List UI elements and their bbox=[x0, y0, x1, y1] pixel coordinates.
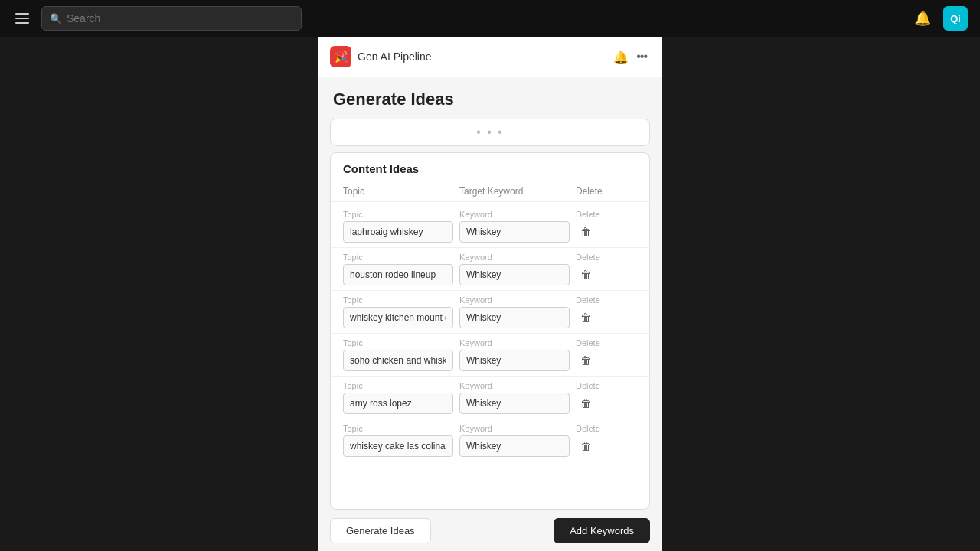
hamburger-button[interactable] bbox=[12, 10, 32, 27]
keyword-label: Keyword bbox=[459, 424, 570, 433]
topic-cell: Topic bbox=[343, 424, 459, 457]
keyword-cell: Keyword bbox=[459, 338, 576, 371]
search-bar: 🔍 bbox=[41, 6, 302, 31]
keyword-cell: Keyword bbox=[459, 210, 576, 243]
topic-cell: Topic bbox=[343, 381, 459, 414]
panel-bell-button[interactable]: 🔔 bbox=[609, 48, 633, 66]
panel-title: Gen AI Pipeline bbox=[358, 51, 609, 63]
panel: 🎉 Gen AI Pipeline 🔔 ••• Generate Ideas •… bbox=[318, 37, 662, 551]
keyword-input[interactable] bbox=[459, 221, 570, 243]
keyword-label: Keyword bbox=[459, 210, 570, 219]
top-nav: 🔍 🔔 Qi bbox=[0, 0, 980, 37]
table-row: Topic Keyword Delete 🗑 bbox=[331, 248, 649, 291]
delete-label: Delete bbox=[576, 210, 600, 219]
panel-header: 🎉 Gen AI Pipeline 🔔 ••• bbox=[318, 37, 662, 77]
page-title: Generate Ideas bbox=[318, 77, 662, 119]
table-row: Topic Keyword Delete 🗑 bbox=[331, 419, 649, 461]
main-content: 🎉 Gen AI Pipeline 🔔 ••• Generate Ideas •… bbox=[0, 37, 980, 551]
keyword-cell: Keyword bbox=[459, 253, 576, 285]
app-container: 🔍 🔔 Qi 🎉 Gen AI Pipeline 🔔 ••• Generate … bbox=[0, 0, 980, 551]
keyword-label: Keyword bbox=[459, 381, 570, 390]
collapsed-section: • • • bbox=[330, 119, 650, 146]
keyword-label: Keyword bbox=[459, 338, 570, 347]
topic-input[interactable] bbox=[343, 435, 453, 457]
topic-cell: Topic bbox=[343, 253, 459, 285]
topic-input[interactable] bbox=[343, 393, 453, 414]
delete-label: Delete bbox=[576, 381, 600, 390]
topic-input[interactable] bbox=[343, 307, 453, 328]
search-icon: 🔍 bbox=[50, 13, 62, 24]
content-ideas-card: Content Ideas Topic Target Keyword Delet… bbox=[330, 152, 650, 510]
search-input[interactable] bbox=[67, 12, 293, 24]
table-header: Topic Target Keyword Delete bbox=[331, 181, 649, 202]
table-row: Topic Keyword Delete 🗑 bbox=[331, 377, 649, 419]
rows-area: Topic Keyword Delete 🗑 Topic Keyword Del bbox=[331, 202, 649, 509]
topic-input[interactable] bbox=[343, 264, 453, 285]
delete-cell: Delete 🗑 bbox=[576, 424, 637, 457]
keyword-input[interactable] bbox=[459, 393, 570, 414]
topic-label: Topic bbox=[343, 381, 453, 390]
topic-cell: Topic bbox=[343, 338, 459, 371]
add-keywords-button[interactable]: Add Keywords bbox=[554, 518, 650, 543]
delete-cell: Delete 🗑 bbox=[576, 381, 637, 414]
delete-label: Delete bbox=[576, 253, 600, 262]
keyword-cell: Keyword bbox=[459, 381, 576, 414]
col-header-delete: Delete bbox=[576, 186, 637, 197]
keyword-input[interactable] bbox=[459, 264, 570, 285]
topic-label: Topic bbox=[343, 338, 453, 347]
content-ideas-header: Content Ideas bbox=[331, 153, 649, 181]
delete-button[interactable]: 🗑 bbox=[576, 350, 596, 371]
app-logo: 🎉 bbox=[330, 46, 351, 67]
keyword-input[interactable] bbox=[459, 435, 570, 457]
table-row: Topic Keyword Delete 🗑 bbox=[331, 291, 649, 334]
topic-label: Topic bbox=[343, 210, 453, 219]
keyword-cell: Keyword bbox=[459, 424, 576, 457]
keyword-input[interactable] bbox=[459, 307, 570, 328]
delete-cell: Delete 🗑 bbox=[576, 253, 637, 285]
panel-menu-button[interactable]: ••• bbox=[633, 48, 650, 65]
avatar: Qi bbox=[943, 6, 968, 31]
topic-input[interactable] bbox=[343, 221, 453, 243]
topic-label: Topic bbox=[343, 253, 453, 262]
collapsed-indicator: • • • bbox=[476, 126, 504, 139]
delete-cell: Delete 🗑 bbox=[576, 338, 637, 371]
delete-button[interactable]: 🗑 bbox=[576, 264, 596, 285]
col-header-topic: Topic bbox=[343, 186, 459, 197]
delete-button[interactable]: 🗑 bbox=[576, 393, 596, 414]
delete-button[interactable]: 🗑 bbox=[576, 307, 596, 328]
keyword-label: Keyword bbox=[459, 253, 570, 262]
notification-bell-button[interactable]: 🔔 bbox=[911, 7, 934, 30]
col-header-keyword: Target Keyword bbox=[459, 186, 576, 197]
delete-button[interactable]: 🗑 bbox=[576, 221, 596, 243]
topic-cell: Topic bbox=[343, 210, 459, 243]
topic-label: Topic bbox=[343, 295, 453, 305]
table-row: Topic Keyword Delete 🗑 bbox=[331, 205, 649, 248]
action-bar: Generate Ideas Add Keywords bbox=[318, 510, 662, 551]
delete-button[interactable]: 🗑 bbox=[576, 435, 596, 457]
topic-input[interactable] bbox=[343, 350, 453, 371]
generate-ideas-button[interactable]: Generate Ideas bbox=[330, 518, 431, 543]
keyword-cell: Keyword bbox=[459, 295, 576, 328]
delete-label: Delete bbox=[576, 295, 600, 305]
delete-label: Delete bbox=[576, 424, 600, 433]
table-row: Topic Keyword Delete 🗑 bbox=[331, 334, 649, 377]
topic-cell: Topic bbox=[343, 295, 459, 328]
delete-label: Delete bbox=[576, 338, 600, 347]
delete-cell: Delete 🗑 bbox=[576, 210, 637, 243]
keyword-input[interactable] bbox=[459, 350, 570, 371]
keyword-label: Keyword bbox=[459, 295, 570, 305]
delete-cell: Delete 🗑 bbox=[576, 295, 637, 328]
topic-label: Topic bbox=[343, 424, 453, 433]
